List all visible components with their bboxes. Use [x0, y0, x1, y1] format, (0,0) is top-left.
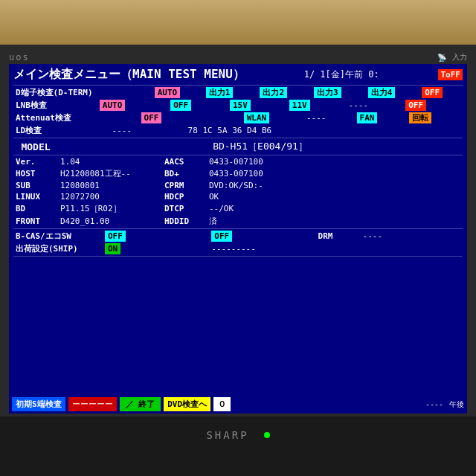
btn-dvd[interactable]: DVD検査へ — [164, 397, 210, 411]
sub-label: SUB — [13, 180, 58, 191]
host-value: H21208081工程-- — [58, 167, 162, 180]
sub-value: 12080801 — [58, 180, 162, 191]
time-label: 午後 — [449, 399, 464, 410]
bcas-label: B-CAS/エコSW — [13, 230, 103, 242]
tv-outer: uos 📡 入力 メイン検査メニュー（MAIN TEST MENU） 1/ 1[… — [0, 45, 476, 476]
drm-value: ---- — [361, 230, 463, 242]
dtterm-out3[interactable]: 出力3 — [312, 86, 366, 99]
ld-dash: ---- — [110, 124, 186, 137]
lnb-auto[interactable]: AUTO — [97, 99, 168, 112]
date-info: 1/ 1[金]午前 0: — [304, 68, 379, 81]
attenuat-dash: ---- — [304, 112, 355, 124]
bottom-right: ---- 午後 — [425, 399, 464, 410]
front-value: D420_01.00 — [58, 215, 162, 228]
dtcp-label: DTCP — [162, 202, 207, 215]
bcas-table: B-CAS/エコSW OFF OFF DRM ---- 出荷設定(SHIP) O… — [13, 230, 463, 255]
drm-label: DRM — [316, 230, 361, 242]
ver-label: Ver. — [13, 156, 58, 167]
aacs-label: AACS — [162, 156, 207, 167]
lnb-label: LNB検査 — [13, 99, 97, 112]
front-label: FRONT — [13, 215, 58, 228]
dtterm-out2[interactable]: 出力2 — [257, 86, 312, 99]
dtterm-label: D端子検査(D-TERM) — [13, 86, 152, 99]
bdplus-value: 0433-007100 — [207, 167, 463, 180]
attenuat-wlan[interactable]: WLAN — [242, 112, 304, 124]
quos-logo: uos — [9, 52, 30, 62]
info-row-sub: SUB 12080801 CPRM DVD:OK/SD:- — [13, 180, 463, 191]
lnb-11v[interactable]: 11V — [287, 99, 347, 112]
divider4 — [13, 228, 463, 229]
tv-bezel: uos 📡 入力 メイン検査メニュー（MAIN TEST MENU） 1/ 1[… — [0, 45, 476, 416]
info-row-bd: BD P11.15［R02］ DTCP --/OK — [13, 202, 463, 215]
dtterm-out4[interactable]: 出力4 — [366, 86, 420, 99]
ship-label: 出荷設定(SHIP) — [13, 242, 103, 255]
dtcp-value: --/OK — [207, 202, 463, 215]
antenna-icon: 📡 — [437, 54, 446, 62]
bottom-buttons: 初期S端検査 ーーーーー ／ 終了 DVD検査へ ０ ---- 午後 — [9, 395, 467, 414]
cprm-value: DVD:OK/SD:- — [207, 180, 463, 191]
ver-value: 1.04 — [58, 156, 162, 167]
top-right-info: 📡 入力 — [437, 52, 467, 62]
ship-on[interactable]: ON — [103, 242, 209, 255]
screen-header: メイン検査メニュー（MAIN TEST MENU） 1/ 1[金]午前 0: T… — [13, 67, 463, 83]
bcas-off2[interactable]: OFF — [209, 230, 315, 242]
row-ld: LD検査 ---- 78 1C 5A 36 D4 B6 — [13, 124, 463, 137]
hdcp-value: OK — [207, 191, 463, 202]
sharp-logo: SHARP — [206, 429, 248, 441]
row-dtterm: D端子検査(D-TERM) AUTO 出力1 出力2 出力3 出力4 OFF — [13, 86, 463, 99]
linux-label: LINUX — [13, 191, 58, 202]
brand-bar: uos 📡 入力 — [9, 51, 467, 64]
divider3 — [13, 155, 463, 155]
model-value: BD-H51［E004/91］ — [58, 139, 463, 154]
info-table: Ver. 1.04 AACS 0433-007100 HOST H2120808… — [13, 156, 463, 228]
host-label: HOST — [13, 167, 58, 180]
divider1 — [13, 85, 463, 86]
cprm-label: CPRM — [162, 180, 207, 191]
divider2 — [13, 138, 463, 138]
model-table: MODEL BD-H51［E004/91］ — [13, 139, 463, 154]
row-lnb: LNB検査 AUTO OFF 15V 11V ---- OFF — [13, 99, 463, 112]
attenuat-fan[interactable]: FAN — [355, 112, 407, 124]
bd-label: BD — [13, 202, 58, 215]
lnb-off2[interactable]: OFF — [403, 99, 463, 112]
dtterm-off[interactable]: OFF — [419, 86, 463, 99]
ld-mac: 78 1C 5A 36 D4 B6 — [186, 124, 463, 137]
bcas-off1[interactable]: OFF — [103, 230, 209, 242]
divider5 — [13, 256, 463, 257]
bd-value: P11.15［R02］ — [58, 202, 162, 215]
main-title: メイン検査メニュー（MAIN TEST MENU） — [13, 67, 245, 83]
tv-bottom: SHARP — [0, 416, 476, 454]
hdcp-label: HDCP — [162, 191, 207, 202]
btn-lines[interactable]: ーーーーー — [68, 397, 117, 411]
bcas-row: B-CAS/エコSW OFF OFF DRM ---- — [13, 230, 463, 242]
lnb-15v[interactable]: 15V — [228, 99, 287, 112]
lnb-empty: ---- — [347, 99, 404, 112]
info-row-front: FRONT D420_01.00 HDDID 済 — [13, 215, 463, 228]
model-label: MODEL — [13, 139, 58, 154]
attenuat-space — [191, 112, 242, 124]
bdplus-label: BD+ — [162, 167, 207, 180]
power-indicator — [264, 432, 270, 438]
input-label: 入力 — [452, 52, 467, 62]
info-row-host: HOST H21208081工程-- BD+ 0433-007100 — [13, 167, 463, 180]
btn-zero[interactable]: ０ — [213, 397, 231, 411]
ship-dashes: --------- — [209, 242, 463, 255]
ship-row: 出荷設定(SHIP) ON --------- — [13, 242, 463, 255]
row-attenuat: Attenuat検査 OFF WLAN ---- FAN 回転 — [13, 112, 463, 124]
main-screen: メイン検査メニュー（MAIN TEST MENU） 1/ 1[金]午前 0: T… — [9, 64, 467, 414]
lnb-off[interactable]: OFF — [168, 99, 228, 112]
attenuat-rotate[interactable]: 回転 — [407, 112, 463, 124]
linux-value: 12072700 — [58, 191, 162, 202]
attenuat-off[interactable]: OFF — [139, 112, 191, 124]
toff-label: ToFF — [438, 69, 463, 80]
dtterm-auto[interactable]: AUTO — [152, 86, 204, 99]
hddid-value: 済 — [207, 215, 463, 228]
afternoon-label: ---- — [425, 400, 443, 408]
btn-initial-check[interactable]: 初期S端検査 — [12, 397, 65, 411]
dtterm-out1[interactable]: 出力1 — [204, 86, 258, 99]
attenuat-label: Attenuat検査 — [13, 112, 139, 124]
btn-end[interactable]: ／ 終了 — [120, 397, 161, 411]
info-row-ver: Ver. 1.04 AACS 0433-007100 — [13, 156, 463, 167]
hddid-label: HDDID — [162, 215, 207, 228]
aacs-value: 0433-007100 — [207, 156, 463, 167]
